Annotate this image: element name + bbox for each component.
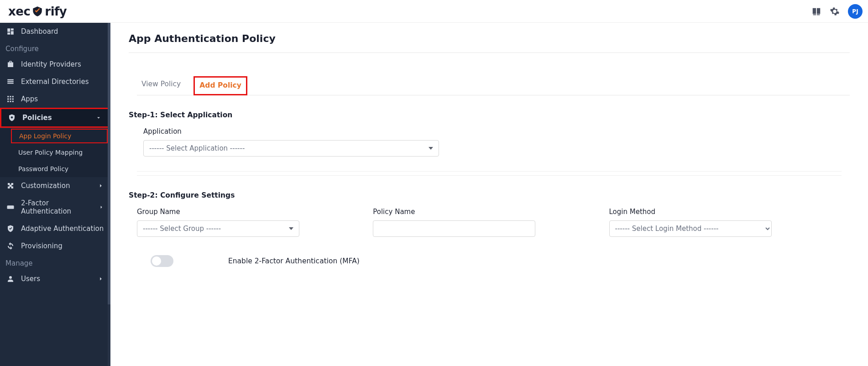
user-icon: [6, 275, 15, 283]
chevron-right-icon: [98, 276, 104, 282]
sidebar-label: Provisioning: [21, 242, 63, 250]
login-col: Login Method ------ Select Login Method …: [609, 199, 842, 237]
sidebar-item-ext-dir[interactable]: External Directories: [0, 73, 110, 90]
application-label: Application: [143, 127, 842, 136]
brand-logo: xec rify: [8, 5, 67, 18]
sidebar-label: Users: [21, 275, 40, 283]
step-2-title: Step-2: Configure Settings: [129, 191, 850, 199]
mfa-label: Enable 2-Factor Authentication (MFA): [228, 257, 360, 265]
svg-rect-1: [7, 205, 14, 209]
briefcase-icon: [6, 60, 15, 68]
sidebar-item-apps[interactable]: Apps: [0, 90, 110, 108]
sidebar-policies-highlight: Policies: [0, 108, 110, 128]
sidebar-label: External Directories: [21, 78, 89, 86]
sidebar-item-idp[interactable]: Identity Providers: [0, 56, 110, 73]
page-title: App Authentication Policy: [129, 33, 850, 53]
chevron-down-icon: [95, 115, 102, 121]
puzzle-icon: [6, 182, 15, 190]
sidebar-sub-app-login[interactable]: App Login Policy: [11, 129, 108, 143]
sidebar-sub-password[interactable]: Password Policy: [0, 161, 110, 177]
brand-badge-icon: [31, 5, 44, 18]
sidebar-item-adaptive[interactable]: Adaptive Authentication: [0, 220, 110, 237]
login-method-select[interactable]: ------ Select Login Method ------: [609, 220, 772, 237]
group-placeholder: ------ Select Group ------: [143, 225, 221, 233]
chevron-down-icon: [289, 227, 293, 230]
sidebar-label: Policies: [22, 114, 52, 122]
sidebar-item-provisioning[interactable]: Provisioning: [0, 237, 110, 255]
tab-add-policy[interactable]: Add Policy: [193, 76, 247, 95]
svg-point-0: [11, 116, 13, 119]
policies-submenu: App Login Policy User Policy Mapping Pas…: [0, 129, 110, 177]
sidebar-label: 2-Factor Authentication: [21, 199, 92, 215]
sync-icon: [6, 242, 15, 250]
top-header: xec rify PJ: [0, 0, 868, 23]
step-1-title: Step-1: Select Application: [129, 111, 850, 119]
brand-text-2: rify: [45, 5, 67, 18]
sidebar: Dashboard Configure Identity Providers E…: [0, 23, 110, 366]
mfa-toggle[interactable]: [151, 255, 173, 267]
tab-view-policy[interactable]: View Policy: [137, 76, 185, 95]
gear-icon[interactable]: [830, 6, 840, 16]
shield-icon: [8, 114, 16, 122]
sidebar-sub-user-policy[interactable]: User Policy Mapping: [0, 144, 110, 161]
group-col: Group Name ------ Select Group ------: [137, 199, 358, 237]
sidebar-section-manage: Manage: [0, 255, 110, 270]
header-actions: PJ: [811, 4, 863, 19]
step-2: Step-2: Configure Settings Group Name --…: [129, 191, 850, 267]
sidebar-item-users[interactable]: Users: [0, 270, 110, 288]
mfa-row: Enable 2-Factor Authentication (MFA): [151, 255, 842, 267]
group-select[interactable]: ------ Select Group ------: [137, 220, 299, 237]
sidebar-item-customization[interactable]: Customization: [0, 177, 110, 194]
group-label: Group Name: [137, 208, 358, 216]
main-content: App Authentication Policy View Policy Ad…: [110, 23, 868, 366]
dashboard-icon: [6, 27, 15, 36]
sidebar-label: Adaptive Authentication: [21, 225, 104, 233]
key-icon: [6, 203, 15, 211]
policy-col: Policy Name: [373, 199, 594, 237]
grid-icon: [6, 95, 15, 103]
brand-text-1: xec: [8, 5, 30, 18]
sidebar-label: Apps: [21, 95, 38, 103]
chevron-down-icon: [429, 147, 433, 150]
sidebar-item-policies[interactable]: Policies: [1, 109, 108, 126]
chevron-right-icon: [98, 183, 104, 189]
sidebar-section-configure: Configure: [0, 40, 110, 56]
book-icon[interactable]: [811, 6, 821, 16]
sidebar-label: Identity Providers: [21, 60, 81, 68]
application-select[interactable]: ------ Select Application ------: [143, 140, 439, 157]
policy-label: Policy Name: [373, 208, 594, 216]
shield-check-icon: [6, 225, 15, 233]
chevron-right-icon: [99, 204, 104, 210]
sidebar-label: Customization: [21, 182, 70, 190]
tabs: View Policy Add Policy: [137, 76, 850, 95]
sidebar-item-dashboard[interactable]: Dashboard: [0, 23, 110, 40]
list-icon: [6, 78, 15, 86]
sidebar-label: Dashboard: [21, 27, 58, 36]
login-label: Login Method: [609, 208, 842, 216]
application-placeholder: ------ Select Application ------: [149, 144, 245, 152]
policy-name-input[interactable]: [373, 220, 535, 237]
user-avatar[interactable]: PJ: [848, 4, 863, 19]
sidebar-item-2fa[interactable]: 2-Factor Authentication: [0, 194, 110, 220]
step-1: Step-1: Select Application Application -…: [129, 111, 850, 176]
sidebar-scrollbar-thumb[interactable]: [108, 23, 110, 304]
